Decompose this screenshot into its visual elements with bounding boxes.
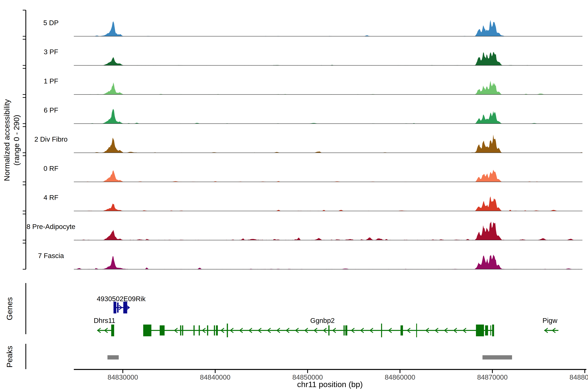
gene-exon-ggnbp2-17 bbox=[476, 324, 484, 336]
gene-exon-ggnbp2-14 bbox=[381, 324, 382, 337]
gene-exon-ggnbp2-19 bbox=[490, 325, 491, 336]
track-label-5-dp: 5 DP bbox=[43, 19, 58, 27]
gene-exon-ggnbp2-18 bbox=[485, 325, 488, 336]
y-axis-label-line2: (range 0 - 290) bbox=[12, 99, 22, 181]
track-label-1-pf: 1 PF bbox=[44, 77, 58, 85]
coverage-track-area-8-pre-adipocyte bbox=[74, 222, 582, 240]
gene-exon-4930502e09rik-2 bbox=[117, 302, 118, 312]
gene-exon-ggnbp2-5 bbox=[194, 325, 195, 336]
gene-exon-ggnbp2-15 bbox=[400, 325, 403, 336]
coverage-track-area-1-pf bbox=[74, 81, 582, 94]
gene-exon-ggnbp2-20 bbox=[492, 324, 494, 336]
coverage-track-area-3-pf bbox=[74, 52, 582, 65]
x-axis-tick-label-84880000: 84880000 bbox=[570, 374, 588, 381]
coverage-track-area-5-dp bbox=[74, 20, 582, 36]
genes-section-label: Genes bbox=[5, 297, 14, 320]
coverage-track-baseline-0-rf bbox=[74, 182, 582, 182]
x-axis-tick-label-84870000: 84870000 bbox=[477, 374, 508, 381]
gene-exon-dhrs11-1 bbox=[111, 324, 114, 336]
track-label-2-div-fibro: 2 Div Fibro bbox=[34, 136, 68, 143]
peaks-section-label: Peaks bbox=[5, 346, 14, 368]
gene-exon-ggnbp2-12 bbox=[344, 325, 345, 336]
x-axis-tick-label-84840000: 84840000 bbox=[200, 374, 230, 381]
peak-region-1 bbox=[108, 355, 119, 360]
y-axis-label-line1: Normalized accessibility bbox=[2, 99, 12, 181]
peak-region-2 bbox=[482, 355, 512, 360]
gene-exon-ggnbp2-3 bbox=[180, 325, 181, 336]
y-axis-label: Normalized accessibility (range 0 - 290) bbox=[2, 99, 22, 181]
x-axis-tick-label-84850000: 84850000 bbox=[292, 374, 323, 381]
coverage-track-area-7-fascia bbox=[74, 255, 582, 269]
track-label-6-pf: 6 PF bbox=[44, 106, 58, 114]
gene-exon-ggnbp2-1 bbox=[143, 324, 152, 336]
gene-exon-ggnbp2-4 bbox=[182, 325, 183, 336]
gene-label-ggnbp2: Ggnbp2 bbox=[310, 317, 334, 324]
coverage-track-baseline-1-pf bbox=[74, 94, 582, 94]
gene-label-4930502e09rik: 4930502E09Rik bbox=[97, 295, 146, 303]
gene-label-pigw: Pigw bbox=[542, 317, 557, 324]
track-label-0-rf: 0 RF bbox=[44, 165, 58, 172]
coverage-track-baseline-6-pf bbox=[74, 124, 582, 124]
coverage-track-baseline-3-pf bbox=[74, 65, 582, 66]
coverage-track-area-6-pf bbox=[74, 109, 582, 124]
gene-exon-ggnbp2-16 bbox=[416, 324, 417, 337]
gene-exon-ggnbp2-11 bbox=[328, 325, 330, 336]
x-axis-tick-label-84860000: 84860000 bbox=[385, 374, 415, 381]
coverage-track-area-0-rf bbox=[74, 170, 582, 182]
gene-exon-ggnbp2-9 bbox=[216, 325, 218, 336]
coverage-track-baseline-4-rf bbox=[74, 211, 582, 211]
coverage-track-baseline-8-pre-adipocyte bbox=[74, 240, 582, 240]
gene-label-dhrs11: Dhrs11 bbox=[94, 317, 115, 324]
gene-exon-ggnbp2-2 bbox=[160, 325, 165, 336]
gene-exon-ggnbp2-13 bbox=[345, 325, 347, 336]
track-label-3-pf: 3 PF bbox=[44, 48, 58, 56]
gene-exon-ggnbp2-6 bbox=[199, 325, 200, 336]
gene-exon-4930502e09rik-3 bbox=[123, 302, 127, 314]
coverage-track-baseline-7-fascia bbox=[74, 269, 582, 269]
gene-exon-ggnbp2-10 bbox=[227, 324, 228, 337]
track-label-7-fascia: 7 Fascia bbox=[38, 252, 64, 260]
x-axis-tick-label-84830000: 84830000 bbox=[108, 374, 138, 381]
coverage-track-area-2-div-fibro bbox=[74, 134, 582, 153]
track-label-8-pre-adipocyte: 8 Pre-Adipocyte bbox=[26, 223, 76, 231]
coverage-plot-canvas bbox=[0, 0, 588, 392]
track-label-4-rf: 4 RF bbox=[44, 194, 58, 202]
gene-exon-ggnbp2-8 bbox=[214, 325, 215, 336]
coverage-track-baseline-5-dp bbox=[74, 36, 582, 36]
coverage-track-area-4-rf bbox=[74, 196, 582, 211]
coverage-track-baseline-2-div-fibro bbox=[74, 152, 582, 153]
gene-exon-ggnbp2-7 bbox=[207, 325, 208, 336]
coverage-plot-figure: Normalized accessibility (range 0 - 290)… bbox=[0, 0, 588, 392]
